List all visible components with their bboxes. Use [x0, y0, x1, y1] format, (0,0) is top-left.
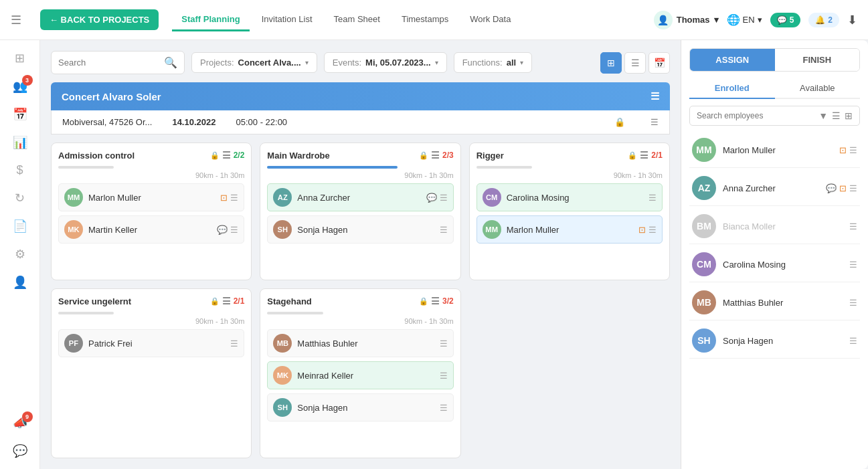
search-employees-box[interactable]: ▼ ☰ ⊞	[689, 106, 860, 126]
event-subheader-menu-icon[interactable]: ☰	[650, 117, 659, 127]
search-input[interactable]	[58, 58, 159, 68]
menu-icon[interactable]: ☰	[648, 193, 657, 203]
role-menu-icon[interactable]: ☰	[222, 150, 231, 161]
chat-icon[interactable]: 💬	[426, 193, 437, 203]
menu-icon[interactable]: ☰	[440, 193, 448, 203]
role-card: Main Wardrobe🔒☰2/390km - 1h 30mAZAnna Zu…	[260, 143, 460, 280]
role-card-icons: 🔒☰2/2	[210, 150, 245, 161]
chat-square-icon[interactable]: ⊡	[638, 225, 646, 235]
distance-bar	[267, 166, 398, 169]
employee-list-item[interactable]: SHSonja Hagen☰	[689, 323, 860, 359]
employee-row[interactable]: SHSonja Hagen☰	[267, 215, 453, 244]
menu-icon[interactable]: ☰	[849, 336, 857, 346]
bell-count: 2	[828, 15, 833, 25]
employee-row[interactable]: AZAnna Zurcher💬☰	[267, 183, 453, 211]
list-view-button[interactable]: ☰	[624, 52, 646, 74]
assign-tab-assign[interactable]: ASSIGN	[690, 49, 775, 71]
sidebar-grid-icon[interactable]: ⊞	[15, 51, 25, 66]
grid-small-icon[interactable]: ⊞	[845, 110, 853, 121]
chat-badge-button[interactable]: 💬 5	[770, 13, 801, 27]
role-card: Admission control🔒☰2/290km - 1h 30mMMMar…	[51, 143, 252, 280]
menu-icon[interactable]: ☰	[849, 298, 857, 308]
employee-row[interactable]: SHSonja Hagen☰	[267, 393, 453, 421]
assign-tab-finish[interactable]: FINISH	[775, 49, 860, 71]
employee-list-item[interactable]: CMCarolina Mosing☰	[689, 247, 860, 282]
employee-list-item[interactable]: MMMarlon Muller⊡☰	[689, 132, 860, 168]
employee-row[interactable]: MKMartin Keller💬☰	[58, 215, 244, 244]
hamburger-icon[interactable]: ☰	[11, 13, 21, 27]
menu-icon[interactable]: ☰	[849, 221, 857, 231]
menu-icon[interactable]: ☰	[440, 225, 448, 235]
back-to-projects-button[interactable]: ← BACK TO PROJECTS	[40, 9, 159, 30]
chat-square-icon[interactable]: ⊡	[220, 193, 228, 203]
functions-filter[interactable]: Functions: all ▾	[454, 52, 532, 73]
sidebar-chat-icon[interactable]: 💬	[13, 444, 27, 458]
menu-icon[interactable]: ☰	[440, 339, 448, 349]
employee-row[interactable]: MBMatthias Buhler☰	[267, 329, 453, 357]
role-menu-icon[interactable]: ☰	[640, 150, 648, 161]
user-name: Thomas	[677, 15, 710, 25]
menu-icon[interactable]: ☰	[230, 339, 238, 349]
event-menu-icon[interactable]: ☰	[650, 90, 659, 102]
list-icon[interactable]: ☰	[832, 110, 841, 121]
chat-square-icon[interactable]: ⊡	[839, 183, 847, 193]
sidebar-money-icon[interactable]: $	[16, 163, 23, 177]
tab-work-data[interactable]: Work Data	[460, 9, 520, 31]
language-selector[interactable]: 🌐 EN ▾	[727, 13, 762, 26]
chat-icon[interactable]: 💬	[217, 225, 228, 235]
events-filter[interactable]: Events: Mi, 05.07.2023... ▾	[324, 52, 447, 73]
employee-name: Sonja Hagen	[297, 225, 434, 235]
employee-row[interactable]: MKMeinrad Keller☰	[267, 361, 453, 389]
event-date: 14.10.2022	[172, 117, 215, 127]
chat-icon[interactable]: 💬	[826, 183, 837, 193]
user-menu[interactable]: 👤 Thomas ▾	[654, 11, 719, 29]
role-count: 2/2	[234, 151, 245, 160]
employee-row[interactable]: PFPatrick Frei☰	[58, 329, 244, 357]
menu-icon[interactable]: ☰	[440, 371, 448, 381]
sidebar-users-icon[interactable]: 👥 3	[13, 79, 27, 94]
sidebar-settings-icon[interactable]: ⚙	[15, 247, 25, 262]
sidebar-chart-icon[interactable]: 📊	[13, 135, 27, 150]
sidebar-sync-icon[interactable]: ↻	[15, 191, 25, 205]
role-lock-icon: 🔒	[210, 297, 220, 306]
menu-icon[interactable]: ☰	[230, 193, 238, 203]
employee-row[interactable]: MMMarlon Muller⊡☰	[58, 183, 244, 211]
enroll-tab-available[interactable]: Available	[775, 78, 861, 99]
role-menu-icon[interactable]: ☰	[222, 296, 231, 306]
tab-timestamps[interactable]: Timestamps	[392, 9, 458, 31]
menu-icon[interactable]: ☰	[648, 225, 657, 235]
sidebar-doc-icon[interactable]: 📄	[13, 219, 27, 233]
filter-icon[interactable]: ▼	[818, 110, 828, 121]
calendar-view-button[interactable]: 📅	[648, 52, 670, 74]
role-menu-icon[interactable]: ☰	[431, 296, 440, 306]
employee-avatar: MK	[64, 220, 83, 239]
menu-icon[interactable]: ☰	[849, 183, 857, 193]
chat-square-icon[interactable]: ⊡	[839, 145, 847, 155]
employee-list-item[interactable]: AZAnna Zurcher💬⊡☰	[689, 171, 860, 206]
tab-invitation-list[interactable]: Invitation List	[252, 9, 322, 31]
employee-row[interactable]: CMCarolina Mosing☰	[476, 183, 663, 211]
sidebar-calendar-icon[interactable]: 📅	[13, 107, 27, 122]
sidebar-person-icon[interactable]: 👤	[13, 275, 27, 290]
search-box[interactable]: 🔍	[51, 51, 185, 74]
employee-list-avatar: SH	[692, 329, 716, 353]
menu-icon[interactable]: ☰	[849, 260, 857, 270]
enroll-tab-enrolled[interactable]: Enrolled	[689, 78, 775, 99]
search-employees-input[interactable]	[697, 111, 814, 120]
tab-team-sheet[interactable]: Team Sheet	[325, 9, 389, 31]
employee-row[interactable]: MMMarlon Muller⊡☰	[476, 215, 663, 244]
notification-badge-button[interactable]: 🔔 2	[808, 13, 839, 27]
role-menu-icon[interactable]: ☰	[431, 150, 440, 161]
projects-filter[interactable]: Projects: Concert Alva.... ▾	[191, 52, 317, 73]
distance-bar	[58, 312, 114, 314]
menu-icon[interactable]: ☰	[230, 225, 238, 235]
topnav: ☰ ← BACK TO PROJECTS Staff Planning Invi…	[0, 0, 868, 40]
download-icon[interactable]: ⬇	[847, 13, 857, 27]
employee-list-item[interactable]: BMBianca Moller☰	[689, 209, 860, 244]
menu-icon[interactable]: ☰	[440, 403, 448, 413]
sidebar-megaphone-icon[interactable]: 📣 9	[13, 415, 27, 430]
grid-view-button[interactable]: ⊞	[600, 52, 622, 74]
tab-staff-planning[interactable]: Staff Planning	[172, 9, 249, 31]
employee-list-item[interactable]: MBMatthias Buhler☰	[689, 285, 860, 320]
menu-icon[interactable]: ☰	[849, 145, 857, 155]
